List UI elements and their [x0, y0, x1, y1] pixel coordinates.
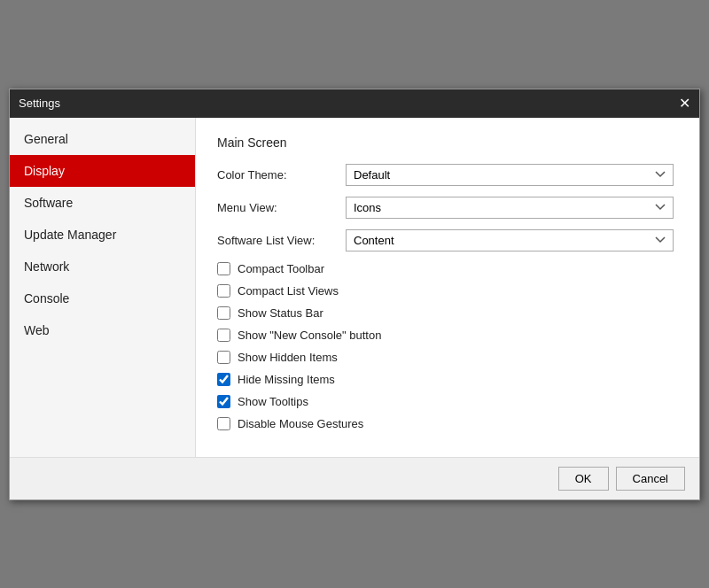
show-hidden-items-checkbox[interactable] — [217, 351, 230, 364]
checkbox-show-new-console-button: Show "New Console" button — [217, 329, 678, 342]
checkbox-compact-toolbar: Compact Toolbar — [217, 262, 678, 275]
sidebar-item-update-manager[interactable]: Update Manager — [10, 219, 195, 251]
sidebar-item-general[interactable]: General — [10, 123, 195, 155]
show-status-bar-label: Show Status Bar — [238, 306, 323, 320]
compact-toolbar-checkbox[interactable] — [217, 262, 230, 275]
software-list-view-label: Software List View: — [217, 234, 346, 247]
section-title: Main Screen — [217, 135, 678, 150]
disable-mouse-gestures-label: Disable Mouse Gestures — [238, 417, 363, 430]
show-new-console-button-checkbox[interactable] — [217, 329, 230, 342]
show-tooltips-checkbox[interactable] — [217, 395, 230, 408]
compact-toolbar-label: Compact Toolbar — [238, 262, 324, 275]
color-theme-row: Color Theme: Default Dark Light — [217, 164, 678, 186]
checkbox-show-tooltips: Show Tooltips — [217, 395, 678, 408]
show-hidden-items-label: Show Hidden Items — [238, 351, 338, 364]
color-theme-label: Color Theme: — [217, 168, 346, 182]
hide-missing-items-label: Hide Missing Items — [238, 373, 335, 386]
window-body: General Display Software Update Manager … — [10, 118, 699, 457]
titlebar: Settings ✕ — [10, 89, 699, 118]
compact-list-views-checkbox[interactable] — [217, 284, 230, 298]
sidebar-item-software[interactable]: Software — [10, 187, 195, 219]
checkbox-disable-mouse-gestures: Disable Mouse Gestures — [217, 417, 678, 430]
checkbox-compact-list-views: Compact List Views — [217, 284, 678, 298]
sidebar-item-console[interactable]: Console — [10, 282, 195, 314]
checkbox-hide-missing-items: Hide Missing Items — [217, 373, 678, 386]
compact-list-views-label: Compact List Views — [238, 284, 339, 298]
checkbox-show-hidden-items: Show Hidden Items — [217, 351, 678, 364]
menu-view-select[interactable]: Icons Text Icons and Text — [346, 197, 674, 219]
hide-missing-items-checkbox[interactable] — [217, 373, 230, 386]
footer: OK Cancel — [10, 457, 699, 499]
content-area: Main Screen Color Theme: Default Dark Li… — [196, 118, 699, 457]
software-list-view-row: Software List View: Content List Details — [217, 229, 678, 251]
menu-view-row: Menu View: Icons Text Icons and Text — [217, 197, 678, 219]
sidebar-item-network[interactable]: Network — [10, 251, 195, 282]
color-theme-select[interactable]: Default Dark Light — [346, 164, 674, 186]
settings-window: Settings ✕ General Display Software Upda… — [9, 89, 700, 500]
sidebar-item-web[interactable]: Web — [10, 314, 195, 346]
ok-button[interactable]: OK — [558, 467, 609, 491]
show-status-bar-checkbox[interactable] — [217, 306, 230, 320]
menu-view-label: Menu View: — [217, 201, 346, 214]
show-tooltips-label: Show Tooltips — [238, 395, 308, 408]
close-button[interactable]: ✕ — [679, 97, 690, 111]
checkbox-show-status-bar: Show Status Bar — [217, 306, 678, 320]
software-list-view-select[interactable]: Content List Details — [346, 229, 674, 251]
checkboxes-section: Compact Toolbar Compact List Views Show … — [217, 262, 678, 430]
window-title: Settings — [19, 97, 60, 110]
cancel-button[interactable]: Cancel — [616, 467, 685, 491]
sidebar: General Display Software Update Manager … — [10, 118, 196, 457]
sidebar-item-display[interactable]: Display — [10, 155, 195, 187]
disable-mouse-gestures-checkbox[interactable] — [217, 417, 230, 430]
show-new-console-button-label: Show "New Console" button — [238, 329, 381, 342]
